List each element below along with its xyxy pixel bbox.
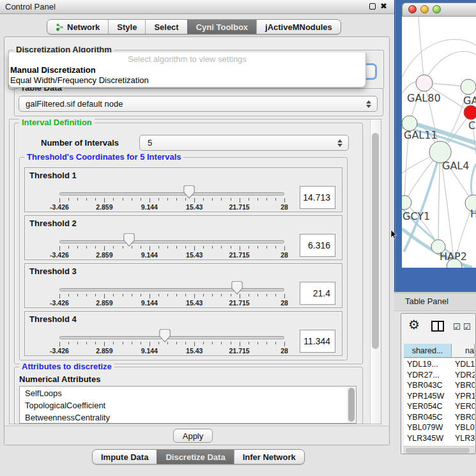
table-row[interactable]: YER054CYER0 [404, 402, 475, 413]
cell-shared-name: YBR043C [407, 381, 443, 390]
threshold-3-slider-handle[interactable] [231, 281, 243, 295]
gear-icon[interactable]: ⚙ [408, 318, 420, 331]
column-header-shared[interactable]: shared... [404, 344, 452, 358]
slider-tick [194, 198, 195, 203]
table-data-combobox[interactable]: galFiltered.sif default node [19, 96, 378, 112]
threshold-3-value-field[interactable]: 21.4 [300, 282, 335, 305]
attributes-group-title: Attributes to discretize [19, 362, 114, 371]
slider-tick [113, 294, 114, 296]
tab-jactivemnodules[interactable]: jActiveMNodules [256, 20, 341, 34]
slider-tick [249, 342, 249, 344]
slider-tick [77, 246, 78, 249]
threshold-4-slider-track[interactable] [59, 336, 284, 339]
slider-tick [249, 246, 249, 249]
slider-tick [132, 246, 132, 249]
table-row[interactable]: YDR27...YDR2 [404, 371, 475, 381]
slider-tick [221, 246, 222, 249]
slider-tick [59, 294, 60, 298]
threshold-3-label: Threshold 3 [29, 266, 77, 276]
threshold-1-slider-handle[interactable] [183, 185, 195, 199]
table-horizontal-scrollbar-thumb[interactable] [406, 448, 470, 453]
attributes-scrollbar[interactable] [347, 387, 355, 423]
column-header-name[interactable]: na [452, 344, 475, 358]
split-table-icon[interactable] [431, 321, 444, 332]
slider-tick-label: 9.144 [141, 251, 158, 259]
table-horizontal-scrollbar[interactable] [404, 446, 475, 454]
threshold-1-slider-track[interactable] [59, 192, 284, 196]
slider-tick-label: 28 [280, 203, 288, 211]
attributes-scrollbar-thumb[interactable] [348, 388, 355, 422]
slider-tick-label: 28 [280, 299, 288, 307]
tab-network[interactable]: Network [47, 20, 108, 34]
checkbox-icon[interactable]: ☑ [463, 323, 471, 331]
slider-tick [68, 342, 69, 344]
close-traffic-light-icon[interactable] [408, 5, 417, 13]
threshold-2-slider-track[interactable] [59, 240, 284, 243]
attribute-item-betweennesscentrality[interactable]: BetweennessCentrality [25, 413, 110, 422]
network-node-gal80[interactable] [416, 75, 433, 91]
slider-tick [158, 342, 159, 344]
network-edge [438, 152, 440, 247]
slider-tick [141, 342, 141, 344]
threshold-4-value-field[interactable]: 11.344 [300, 330, 335, 353]
table-row[interactable]: YPR145WYPR1 [404, 392, 475, 403]
network-node-ga[interactable] [461, 79, 476, 95]
cell-shared-name: YBL079W [407, 423, 443, 432]
table-row[interactable]: YBR043CYBR0 [404, 381, 475, 392]
bottom-tab-bar: Impute DataDiscretize DataInfer Network [92, 449, 305, 464]
threshold-4-slider-handle[interactable] [159, 329, 171, 342]
tab-infer-network[interactable]: Infer Network [234, 450, 304, 464]
threshold-3-slider-track[interactable] [59, 288, 284, 291]
threshold-1-label: Threshold 1 [29, 171, 77, 180]
threshold-2-slider-handle[interactable] [123, 233, 135, 247]
tab-select[interactable]: Select [145, 20, 187, 34]
slider-tick [158, 246, 159, 249]
attribute-item-selfloops[interactable]: SelfLoops [25, 388, 62, 398]
slider-tick [167, 246, 168, 249]
slider-tick-label: 15.43 [186, 299, 203, 307]
numerical-attributes-list[interactable]: SelfLoopsTopologicalCoefficientBetweenne… [19, 386, 357, 424]
minimize-traffic-light-icon[interactable] [420, 5, 429, 13]
slider-tick-label: -3.426 [50, 299, 69, 307]
threshold-2-value-field[interactable]: 6.316 [300, 234, 335, 257]
slider-tick [141, 246, 141, 249]
slider-tick-label: 15.43 [186, 347, 203, 355]
slider-tick [104, 342, 105, 346]
top-tab-bar: NetworkStyleSelectCyni ToolboxjActiveMNo… [47, 19, 341, 35]
slider-tick [240, 342, 240, 346]
network-node-c[interactable] [464, 105, 476, 119]
network-icon [56, 23, 64, 31]
slider-tick [203, 294, 204, 296]
float-window-icon[interactable] [369, 3, 376, 10]
threshold-1-value-field[interactable]: 14.713 [300, 186, 335, 209]
tab-cyni-toolbox[interactable]: Cyni Toolbox [187, 20, 256, 34]
number-of-intervals-spinner[interactable]: 5 [139, 135, 349, 151]
table-row[interactable]: YLR345WYLR3 [404, 434, 475, 445]
close-icon[interactable]: ✖ [380, 1, 387, 11]
network-canvas[interactable]: GAL80GACGAL11GAL4GCY1HHAP2 [402, 17, 476, 268]
tab-impute-data[interactable]: Impute Data [93, 450, 157, 464]
vertical-scrollbar-thumb[interactable] [372, 133, 379, 349]
table-row[interactable]: YIL052CYIL0 [404, 444, 475, 445]
slider-tick-label: 9.144 [141, 203, 158, 211]
threshold-2-label: Threshold 2 [29, 219, 77, 228]
slider-tick [167, 198, 168, 201]
checkbox-icon[interactable]: ☑ [453, 323, 461, 331]
zoom-traffic-light-icon[interactable] [433, 5, 441, 13]
table-row[interactable]: YBL079WYBL0 [404, 423, 475, 434]
dropdown-option-equal-width-frequency[interactable]: Equal Width/Frequency Discretization [10, 75, 149, 85]
slider-tick [231, 246, 231, 249]
table-row[interactable]: YDL19...YDL1 [404, 360, 475, 371]
attribute-item-topologicalcoefficient[interactable]: TopologicalCoefficient [25, 401, 105, 410]
table-row[interactable]: YBR045CYBR0 [404, 413, 475, 424]
slider-tick [150, 198, 150, 203]
threshold-4-label: Threshold 4 [29, 314, 77, 324]
tab-style[interactable]: Style [108, 20, 145, 34]
apply-button[interactable]: Apply [173, 429, 213, 443]
tab-discretize-data[interactable]: Discretize Data [157, 450, 233, 464]
dropdown-option-manual-discretization[interactable]: Manual Discretization [10, 65, 96, 75]
slider-tick [68, 198, 69, 201]
slider-tick-label: 21.715 [229, 299, 250, 307]
node-table[interactable]: YDL19...YDL1YDR27...YDR2YBR043CYBR0YPR14… [404, 358, 475, 445]
cell-name: YIL0 [455, 444, 472, 445]
